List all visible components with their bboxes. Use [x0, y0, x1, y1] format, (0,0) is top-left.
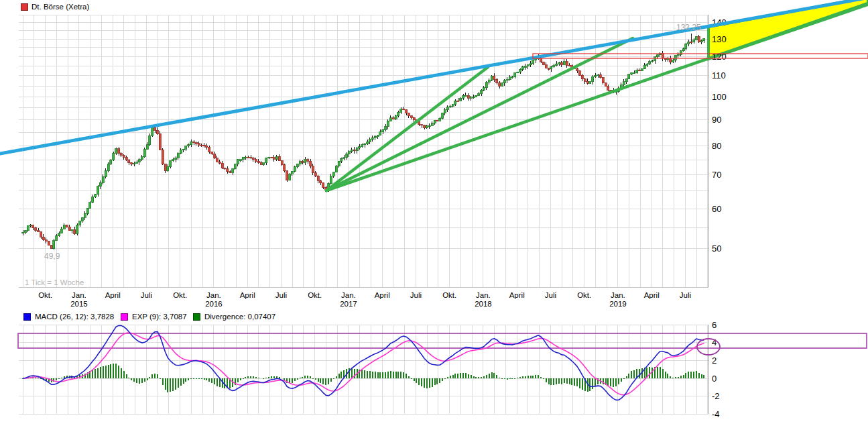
macd-axis-labels: 6420-2-4 — [712, 320, 720, 419]
macd-signal-line — [23, 333, 704, 395]
svg-text:2018: 2018 — [475, 300, 492, 308]
macd-line-swatch — [23, 313, 31, 321]
svg-text:April: April — [105, 291, 121, 299]
macd-legend: MACD (26, 12): 3,7828 EXP (9): 3,7087 Di… — [0, 313, 710, 322]
macd-purple-channel — [18, 333, 867, 348]
svg-text:Okt.: Okt. — [577, 291, 591, 299]
svg-text:Jan.: Jan. — [476, 291, 491, 299]
series-label: Dt. Börse (Xetra) — [32, 3, 89, 11]
svg-text:Juli: Juli — [545, 291, 556, 299]
svg-text:April: April — [240, 291, 255, 299]
svg-text:April: April — [509, 291, 525, 299]
svg-text:-4: -4 — [712, 409, 720, 419]
macd-legend-item: Divergence: 0,07407 — [193, 313, 275, 321]
svg-text:Jan.: Jan. — [611, 291, 625, 299]
price-axis-labels: 1401301201101009080706050 — [712, 17, 727, 254]
chart-canvas[interactable]: 1401301201101009080706050Okt.Jan.2015Apr… — [0, 0, 868, 436]
stock-chart-window: 1401301201101009080706050Okt.Jan.2015Apr… — [0, 0, 868, 436]
svg-text:100: 100 — [712, 92, 727, 102]
svg-text:Juli: Juli — [275, 291, 287, 299]
svg-text:Okt.: Okt. — [442, 291, 456, 299]
divergence-value-label: Divergence: 0,07407 — [204, 313, 275, 321]
svg-text:80: 80 — [712, 141, 721, 151]
svg-text:-2: -2 — [712, 391, 720, 401]
svg-text:Juli: Juli — [141, 291, 152, 299]
time-axis-labels: Okt.Jan.2015AprilJuliOkt.Jan.2016AprilJu… — [38, 291, 691, 308]
svg-text:April: April — [644, 291, 660, 299]
macd-legend-item: MACD (26, 12): 3,7828 — [23, 313, 114, 321]
svg-text:2017: 2017 — [340, 300, 357, 308]
svg-text:2015: 2015 — [70, 300, 88, 308]
svg-text:0: 0 — [712, 374, 717, 384]
series-legend: Dt. Börse (Xetra) — [21, 3, 89, 11]
low-price-label: 49,9 — [44, 252, 60, 261]
resistance-zone — [533, 54, 868, 58]
macd-line — [23, 325, 704, 400]
divergence-swatch — [193, 313, 200, 321]
svg-text:110: 110 — [712, 70, 726, 80]
svg-text:2: 2 — [712, 356, 717, 366]
svg-text:2019: 2019 — [609, 300, 627, 308]
high-price-label: 133,25 — [676, 23, 701, 32]
svg-text:Jan.: Jan. — [341, 291, 356, 299]
svg-text:Jan.: Jan. — [72, 291, 86, 299]
tick-unit-note: 1 Tick = 1 Woche — [25, 278, 84, 286]
svg-text:2016: 2016 — [205, 300, 223, 308]
svg-text:90: 90 — [712, 115, 721, 125]
macd-grid — [19, 325, 708, 414]
macd-value-label: MACD (26, 12): 3,7828 — [35, 313, 114, 321]
svg-text:60: 60 — [712, 204, 721, 214]
svg-text:130: 130 — [712, 34, 727, 44]
svg-text:Juli: Juli — [410, 291, 422, 299]
svg-text:120: 120 — [712, 52, 727, 62]
svg-text:Okt.: Okt. — [173, 291, 187, 299]
macd-legend-item: EXP (9): 3,7087 — [121, 313, 187, 321]
signal-line-swatch — [121, 313, 128, 321]
svg-text:Juli: Juli — [680, 291, 691, 299]
svg-text:50: 50 — [712, 243, 721, 254]
svg-text:Okt.: Okt. — [308, 291, 322, 299]
svg-text:April: April — [375, 291, 390, 299]
price-grid — [19, 15, 708, 287]
svg-text:Okt.: Okt. — [38, 291, 52, 299]
svg-text:70: 70 — [712, 170, 721, 180]
series-color-swatch — [21, 3, 28, 11]
svg-text:Jan.: Jan. — [206, 291, 221, 299]
signal-value-label: EXP (9): 3,7087 — [132, 313, 187, 321]
svg-text:6: 6 — [712, 320, 717, 330]
